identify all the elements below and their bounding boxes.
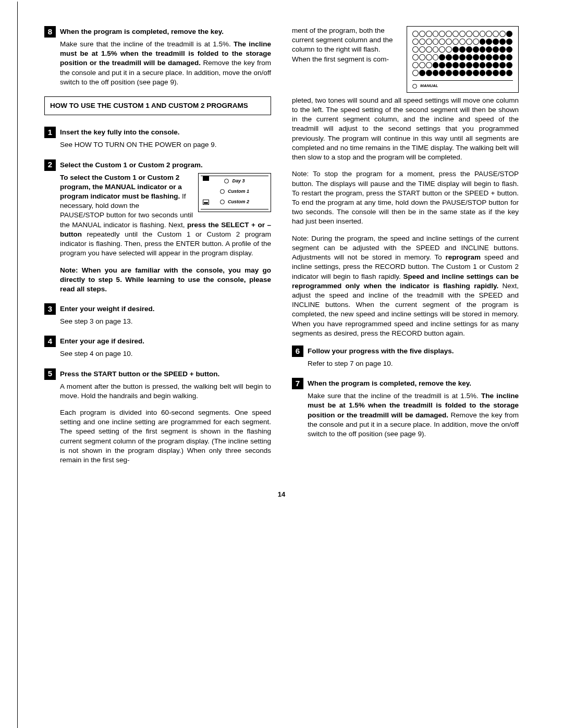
led-dot — [412, 31, 419, 37]
step-number-badge: 1 — [44, 127, 56, 138]
led-dot — [446, 31, 452, 37]
led-dot — [439, 54, 445, 60]
led-dot — [466, 70, 472, 76]
led-dot — [419, 70, 425, 76]
led-dot — [473, 54, 479, 60]
led-dot — [473, 62, 479, 68]
led-dot — [439, 70, 445, 76]
step-title: Insert the key fully into the console. — [60, 127, 180, 137]
led-dot — [452, 70, 459, 76]
led-dot — [499, 54, 506, 60]
right-column: MANUAL ment of the program, both the cur… — [292, 26, 519, 474]
led-dot — [446, 70, 452, 76]
step-title: When the program is completed, remove th… — [308, 378, 471, 388]
step-4-body: See step 4 on page 10. — [60, 349, 271, 359]
led-dot — [452, 31, 459, 37]
left-column: 8 When the program is completed, remove … — [44, 26, 271, 474]
led-dot — [433, 46, 439, 53]
step-title: Follow your progress with the five displ… — [308, 346, 454, 356]
led-dot — [506, 62, 512, 68]
led-dot — [452, 62, 459, 68]
led-dot — [506, 39, 512, 45]
led-dot — [459, 46, 466, 53]
led-dot — [473, 46, 479, 53]
led-dot — [480, 62, 486, 68]
paragraph: PAUSE/STOP button for two seconds until … — [60, 211, 271, 258]
led-dot — [480, 70, 486, 76]
led-dot — [446, 46, 452, 53]
label: MANUAL — [420, 83, 438, 89]
step-3-header: 3 Enter your weight if desired. — [44, 303, 271, 315]
led-dot — [426, 46, 432, 53]
led-dot — [426, 70, 432, 76]
paragraph: See step 4 on page 10. — [60, 349, 271, 359]
led-dot — [499, 46, 506, 53]
custom-program-figure: Day 3 Custom 1 Custom 2 — [198, 173, 271, 212]
led-dot — [493, 31, 499, 37]
led-dot — [466, 31, 472, 37]
label: Custom 1 — [228, 188, 249, 194]
led-dot — [452, 39, 459, 45]
led-dot — [433, 31, 439, 37]
indicator-circle — [220, 200, 225, 204]
step-1-body: See HOW TO TURN ON THE POWER on page 9. — [60, 140, 271, 150]
step-1-header: 1 Insert the key fully into the console. — [44, 127, 271, 138]
step-title: Select the Custom 1 or Custom 2 program. — [60, 159, 203, 170]
led-dot — [499, 39, 506, 45]
led-dot — [412, 62, 419, 68]
step-5-header: 5 Press the START button or the SPEED + … — [44, 368, 271, 380]
led-row — [412, 39, 513, 45]
led-dot — [419, 46, 425, 53]
step-7-body: Make sure that the incline of the treadm… — [308, 391, 519, 439]
program-display-figure: MANUAL — [407, 26, 519, 93]
step-number-badge: 8 — [44, 26, 56, 38]
section-heading-box: HOW TO USE THE CUSTOM 1 AND CUSTOM 2 PRO… — [44, 96, 271, 115]
led-dot — [493, 46, 499, 53]
led-dot — [480, 31, 486, 37]
led-dot — [480, 39, 486, 45]
led-dot — [499, 70, 506, 76]
step-number-badge: 6 — [292, 346, 303, 357]
step-number-badge: 5 — [44, 368, 56, 380]
led-dot — [433, 62, 439, 68]
led-matrix — [412, 31, 513, 76]
led-dot — [426, 39, 432, 45]
led-dot — [473, 39, 479, 45]
page-columns: 8 When the program is completed, remove … — [44, 26, 519, 474]
indicator-circle — [412, 84, 417, 89]
led-dot — [480, 54, 486, 60]
step-6-body: Refer to step 7 on page 10. — [308, 359, 519, 368]
led-dot — [493, 62, 499, 68]
paragraph: Make sure that the incline of the treadm… — [60, 40, 271, 87]
step-2-header: 2 Select the Custom 1 or Custom 2 progra… — [44, 159, 271, 171]
step-2-body: Day 3 Custom 1 Custom 2 To select the Cu… — [60, 173, 271, 294]
led-dot — [412, 54, 419, 60]
paragraph: A moment after the button is pressed, th… — [60, 382, 271, 401]
step-8-header: 8 When the program is completed, remove … — [44, 26, 271, 38]
led-row — [412, 54, 513, 60]
led-dot — [486, 54, 492, 60]
led-dot — [459, 31, 466, 37]
led-dot — [486, 70, 492, 76]
led-dot — [473, 70, 479, 76]
paragraph: Each program is divided into 60-second s… — [60, 408, 271, 465]
led-dot — [446, 54, 452, 60]
segment-marker-line — [17, 2, 18, 520]
led-dot — [466, 39, 472, 45]
led-dot — [480, 46, 486, 53]
led-dot — [473, 31, 479, 37]
led-dot — [499, 62, 506, 68]
led-dot — [412, 46, 419, 53]
led-dot — [419, 54, 425, 60]
step-title: Press the START button or the SPEED + bu… — [60, 368, 219, 379]
led-dot — [499, 31, 506, 37]
led-dot — [459, 39, 466, 45]
led-dot — [426, 54, 432, 60]
step-number-badge: 7 — [292, 378, 303, 389]
led-dot — [439, 46, 445, 53]
led-dot — [466, 54, 472, 60]
led-dot — [439, 31, 445, 37]
paragraph: See step 3 on page 13. — [60, 317, 271, 326]
step-number-badge: 2 — [44, 159, 56, 171]
step-number-badge: 3 — [44, 303, 56, 315]
